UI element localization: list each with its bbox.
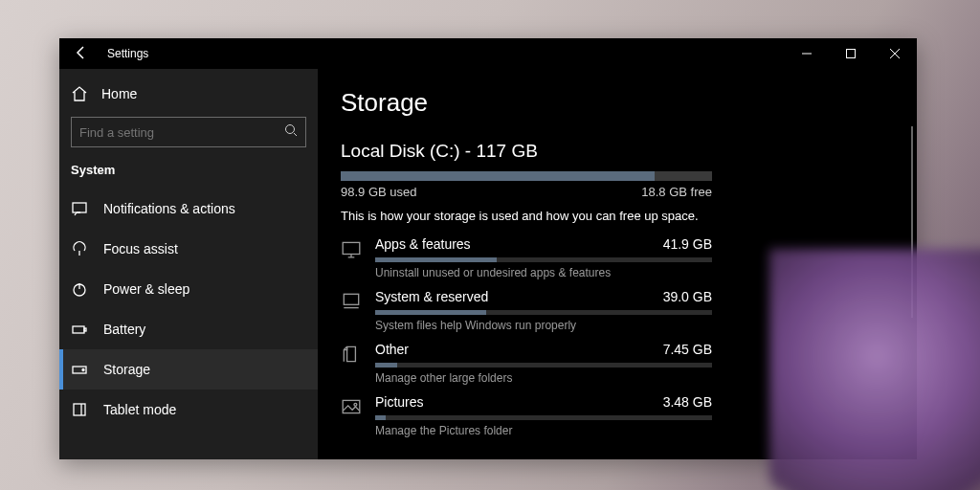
search-input[interactable]: [79, 125, 284, 140]
search-icon: [284, 123, 298, 141]
sidebar-item-battery[interactable]: Battery: [59, 309, 318, 349]
category-sub: System files help Windows run properly: [375, 319, 712, 332]
category-size: 41.9 GB: [663, 236, 712, 252]
sidebar-item-focus-assist[interactable]: Focus assist: [59, 229, 318, 269]
svg-rect-11: [343, 400, 360, 412]
svg-rect-0: [847, 50, 856, 58]
back-button[interactable]: [59, 45, 103, 63]
sidebar-item-label: Notifications & actions: [103, 201, 235, 216]
category-pictures[interactable]: Pictures 3.48 GB Manage the Pictures fol…: [341, 394, 894, 437]
category-apps-features[interactable]: Apps & features 41.9 GB Uninstall unused…: [341, 236, 894, 279]
focus-assist-icon: [71, 240, 88, 257]
sidebar-item-notifications[interactable]: Notifications & actions: [59, 189, 318, 229]
category-sub: Uninstall unused or undesired apps & fea…: [375, 266, 712, 279]
maximize-button[interactable]: [829, 38, 873, 69]
disk-meta: 98.9 GB used 18.8 GB free: [341, 185, 712, 199]
pictures-icon: [341, 396, 362, 417]
category-name: System & reserved: [375, 289, 488, 304]
storage-description: This is how your storage is used and how…: [341, 209, 894, 223]
battery-icon: [71, 321, 88, 338]
page-title: Storage: [341, 88, 894, 118]
home-label: Home: [101, 86, 137, 101]
app-title: Settings: [103, 47, 148, 60]
sidebar-item-tablet-mode[interactable]: Tablet mode: [59, 390, 318, 430]
category-bar: [375, 310, 712, 315]
svg-point-12: [354, 403, 357, 406]
power-icon: [71, 280, 88, 298]
sidebar-item-storage[interactable]: Storage: [59, 349, 318, 390]
category-other[interactable]: Other 7.45 GB Manage other large folders: [341, 342, 894, 385]
sidebar: Home System Notifications & actions: [59, 69, 318, 459]
category-sub: Manage the Pictures folder: [375, 424, 712, 437]
tablet-icon: [71, 401, 88, 418]
category-name: Pictures: [375, 394, 424, 410]
category-sub: Manage other large folders: [375, 371, 712, 385]
sidebar-section: System: [59, 155, 318, 189]
category-size: 3.48 GB: [663, 394, 712, 410]
category-name: Apps & features: [375, 236, 471, 252]
storage-icon: [71, 361, 88, 378]
svg-rect-9: [343, 242, 360, 254]
category-system-reserved[interactable]: System & reserved 39.0 GB System files h…: [341, 289, 894, 332]
disk-title: Local Disk (C:) - 117 GB: [341, 141, 894, 162]
disk-usage-bar: [341, 171, 712, 181]
settings-window: Settings Home System: [59, 38, 917, 459]
titlebar: Settings: [59, 38, 917, 69]
svg-rect-10: [344, 294, 358, 304]
other-icon: [341, 344, 362, 365]
category-size: 7.45 GB: [663, 342, 712, 357]
disk-used-label: 98.9 GB used: [341, 185, 417, 199]
category-bar: [375, 415, 712, 420]
search-box[interactable]: [71, 117, 306, 147]
sidebar-item-power-sleep[interactable]: Power & sleep: [59, 269, 318, 309]
category-bar: [375, 257, 712, 262]
svg-rect-8: [74, 404, 85, 415]
notifications-icon: [71, 200, 88, 217]
sidebar-item-label: Storage: [103, 362, 150, 377]
close-button[interactable]: [873, 38, 917, 69]
svg-rect-4: [73, 326, 84, 333]
sidebar-item-label: Battery: [103, 322, 145, 337]
sidebar-item-label: Power & sleep: [103, 281, 189, 297]
category-name: Other: [375, 342, 409, 357]
disk-usage-fill: [341, 171, 655, 181]
apps-icon: [341, 238, 362, 259]
svg-rect-5: [84, 328, 86, 331]
disk-free-label: 18.8 GB free: [641, 185, 712, 199]
scrollbar[interactable]: [911, 126, 913, 318]
minimize-button[interactable]: [785, 38, 829, 69]
svg-point-7: [82, 369, 84, 371]
category-size: 39.0 GB: [663, 289, 712, 304]
home-nav[interactable]: Home: [59, 75, 318, 113]
category-bar: [375, 363, 712, 368]
main-content: Storage Local Disk (C:) - 117 GB 98.9 GB…: [318, 69, 917, 459]
system-icon: [341, 291, 362, 312]
sidebar-item-label: Focus assist: [103, 241, 178, 256]
sidebar-item-label: Tablet mode: [103, 402, 176, 417]
svg-rect-2: [73, 203, 86, 212]
svg-point-1: [286, 125, 295, 134]
home-icon: [71, 85, 88, 102]
